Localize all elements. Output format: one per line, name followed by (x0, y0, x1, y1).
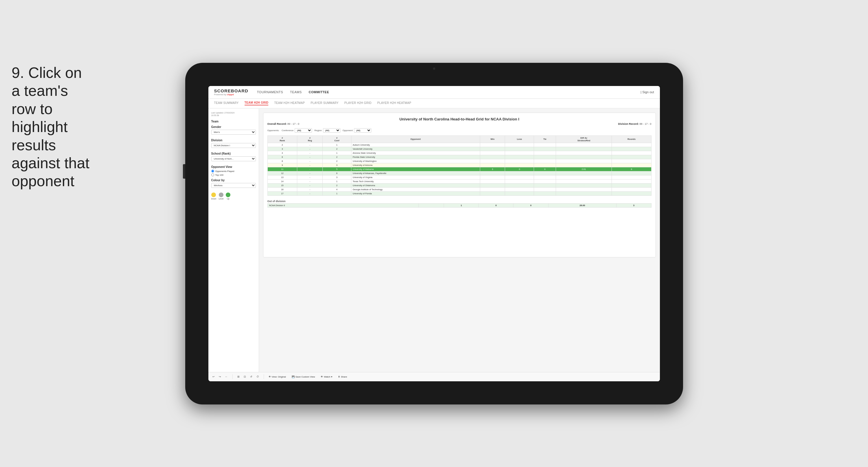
table-row[interactable]: 2-1Auburn University (268, 143, 651, 147)
step-number: 9. (11, 64, 24, 81)
table-row[interactable]: 11-5University of Alabama3002.618 (268, 167, 651, 171)
rank-cell: 16 (268, 187, 297, 192)
win-cell (480, 147, 505, 151)
nav-teams[interactable]: TEAMS (290, 90, 302, 94)
opponent-cell: Georgia Institute of Technology (351, 187, 480, 192)
subnav-team-h2h-heatmap[interactable]: TEAM H2H HEATMAP (274, 101, 305, 105)
nav-committee[interactable]: COMMITTEE (309, 90, 329, 94)
table-row[interactable]: 6-2Florida State University (268, 155, 651, 159)
ood-division: NCAA Division II (268, 203, 419, 207)
loss-cell (505, 155, 534, 159)
reg-cell: - (297, 151, 323, 155)
logo-scoreboard: SCOREBOARD (214, 88, 248, 93)
rounds-cell (612, 187, 651, 192)
redo-button[interactable]: ↪ (218, 375, 222, 379)
rank-cell: 17 (268, 192, 297, 196)
instruction-text: 9. Click on a team's row to highlight re… (11, 64, 93, 190)
sign-out[interactable]: | Sign out (641, 90, 654, 94)
subnav-team-h2h-grid[interactable]: TEAM H2H GRID (245, 101, 269, 106)
legend-level-label: Level (219, 198, 223, 200)
reg-cell: - (297, 175, 323, 179)
conf-cell: 2 (323, 147, 351, 151)
toolbar-clock[interactable]: ⏱ (255, 375, 260, 379)
nav-tournaments[interactable]: TOURNAMENTS (257, 90, 283, 94)
tie-cell (534, 183, 556, 187)
reg-cell: - (297, 183, 323, 187)
subnav-player-h2h-heatmap[interactable]: PLAYER H2H HEATMAP (377, 101, 411, 105)
th-diff: Diff AvStrokes/Rnd (556, 136, 612, 143)
toolbar-tool-2[interactable]: ⊡ (243, 375, 247, 379)
table-row[interactable]: 12-6University of Arkansas, Fayetteville (268, 171, 651, 175)
opponents-played-option[interactable]: Opponents Played (211, 170, 256, 173)
undo-button[interactable]: ↩ (211, 375, 216, 379)
diff-cell (556, 179, 612, 183)
gender-select[interactable]: Men's (211, 130, 256, 135)
table-row[interactable]: 16-4Georgia Institute of Technology (268, 187, 651, 192)
rank-cell: 14 (268, 179, 297, 183)
table-row[interactable]: 14-1Texas Tech University (268, 179, 651, 183)
records-row: Overall Record: 89 - 17 - 0 Division Rec… (268, 122, 652, 125)
opponent-cell: University of Florida (351, 192, 480, 196)
reg-cell: - (297, 163, 323, 167)
subnav-player-summary[interactable]: PLAYER SUMMARY (311, 101, 339, 105)
ood-loss: 0 (479, 203, 514, 207)
loss-cell (505, 179, 534, 183)
rounds-cell (612, 183, 651, 187)
view-original-button[interactable]: 👁 View: Original (268, 375, 287, 379)
region-select[interactable]: (All) (323, 128, 340, 133)
legend-up-dot (226, 193, 230, 197)
diff-cell: 2.61 (556, 167, 612, 171)
tablet-camera (433, 67, 435, 70)
share-button[interactable]: ⬆ Share (337, 375, 348, 379)
toolbar-tool-3[interactable]: ↺ (249, 375, 253, 379)
out-of-division-header: Out of division (268, 199, 652, 203)
subnav-player-h2h-grid[interactable]: PLAYER H2H GRID (344, 101, 372, 105)
reg-cell: - (297, 143, 323, 147)
division-select[interactable]: NCAA Division I (211, 143, 256, 148)
share-icon: ⬆ (338, 376, 340, 378)
table-row[interactable]: 8-2University of Washington (268, 159, 651, 163)
back-button[interactable]: ← (224, 375, 229, 379)
right-panel: University of North Carolina Head-to-Hea… (259, 109, 660, 372)
table-row[interactable]: 9-3University of Arizona (268, 163, 651, 167)
conf-cell: 1 (323, 192, 351, 196)
th-conf: #Conf (323, 136, 351, 143)
watch-icon: 👁 (321, 376, 323, 378)
opponents-filter-group: Opponents: (268, 129, 279, 132)
opponent-cell: University of Oklahoma (351, 183, 480, 187)
tie-cell (534, 175, 556, 179)
school-rank-label: School (Rank) (211, 152, 256, 155)
table-row[interactable]: 3-2Vanderbilt University (268, 147, 651, 151)
ood-empty (419, 203, 444, 207)
watch-button[interactable]: 👁 Watch ▾ (319, 375, 334, 379)
rounds-cell (612, 171, 651, 175)
reg-cell: - (297, 147, 323, 151)
out-of-division-row[interactable]: NCAA Division II 1 0 0 26.00 3 (268, 203, 651, 207)
conference-select[interactable]: (All) (294, 128, 312, 133)
top-100-option[interactable]: Top 100 (211, 173, 256, 176)
conf-cell: 2 (323, 159, 351, 163)
win-cell (480, 143, 505, 147)
loss-cell (505, 171, 534, 175)
school-rank-select[interactable]: University of Nort... (211, 156, 256, 161)
toolbar-history-group: ↩ ↪ ← (211, 375, 229, 379)
rank-cell: 6 (268, 155, 297, 159)
save-custom-view-button[interactable]: 💾 Save Custom View (290, 375, 316, 379)
toolbar-tool-1[interactable]: ⊞ (236, 375, 241, 379)
win-cell (480, 187, 505, 192)
table-row[interactable]: 15-2University of Oklahoma (268, 183, 651, 187)
table-row[interactable]: 4-1Arizona State University (268, 151, 651, 155)
opponent-select[interactable]: (All) (354, 128, 371, 133)
tie-cell (534, 147, 556, 151)
colour-by-select[interactable]: Win/loss (211, 183, 256, 188)
table-row[interactable]: 13-3University of Virginia (268, 175, 651, 179)
diff-cell (556, 143, 612, 147)
win-cell (480, 159, 505, 163)
loss-cell (505, 192, 534, 196)
sub-nav: TEAM SUMMARY TEAM H2H GRID TEAM H2H HEAT… (208, 99, 660, 109)
diff-cell (556, 192, 612, 196)
filter-row: Opponents: Conference (All) Region (All) (268, 128, 652, 133)
bottom-toolbar: ↩ ↪ ← ⊞ ⊡ ↺ ⏱ 👁 View: Original 💾 Save Cu… (208, 372, 660, 381)
subnav-team-summary[interactable]: TEAM SUMMARY (214, 101, 239, 105)
table-row[interactable]: 17-1University of Florida (268, 192, 651, 196)
